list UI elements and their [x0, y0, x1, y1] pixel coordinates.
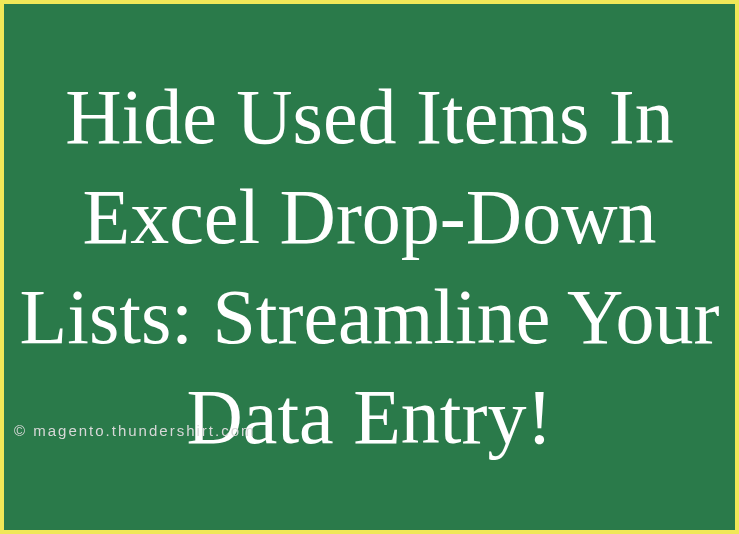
page-title: Hide Used Items In Excel Drop-Down Lists… [4, 67, 735, 466]
watermark-text: © magento.thundershirt.com [14, 422, 255, 439]
main-container: Hide Used Items In Excel Drop-Down Lists… [4, 4, 735, 530]
